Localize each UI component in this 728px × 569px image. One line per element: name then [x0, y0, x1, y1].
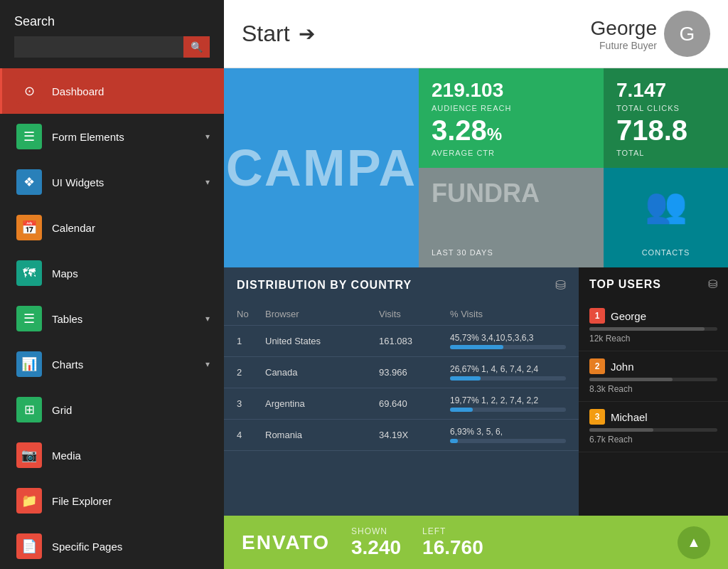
maps-icon: 🗺	[16, 260, 42, 286]
campaign-text: CAMPA	[226, 139, 417, 197]
row-progress-fill	[450, 439, 458, 443]
user-entry: 3 Michael 6.7k Reach	[579, 402, 728, 452]
top-bar: Start ➔ George Future Buyer G	[224, 0, 728, 68]
arrow-up-icon: ▲	[687, 534, 701, 551]
distribution-table: DISTRIBUTION BY COUNTRY ⛁ No Browser Vis…	[224, 267, 579, 516]
ui-widgets-chevron-icon: ▾	[205, 177, 210, 187]
bottom-brand: ENVATO	[242, 531, 330, 554]
search-box: 🔍	[14, 36, 210, 58]
scroll-up-button[interactable]: ▲	[678, 526, 710, 559]
row-visits: 34.19X	[379, 430, 450, 440]
user-entry-top: 1 George	[589, 308, 717, 324]
user-entry: 1 George 12k Reach	[579, 301, 728, 351]
bottom-bar: ENVATO SHOWN 3.240 LEFT 16.760 ▲	[224, 516, 728, 569]
campaign-box: CAMPA	[224, 68, 419, 267]
sidebar-item-calendar[interactable]: 📅 Calendar	[0, 205, 224, 250]
total-clicks-label: TOTAL CLICKS	[616, 104, 715, 112]
sidebar-item-dashboard[interactable]: ⊙ Dashboard	[0, 68, 224, 114]
table-row: 4 Romania 34.19X 6,93% 3, 5, 6,	[224, 420, 579, 451]
sidebar-item-form-elements[interactable]: ☰ Form Elements ▾	[0, 114, 224, 159]
audience-reach-card: 219.103 AUDIENCE REACH 3.28% AVERAGE CTR	[419, 68, 604, 168]
sidebar-item-media[interactable]: 📷 Media	[0, 432, 224, 478]
last30-label: LAST 30 DAYS	[432, 248, 591, 257]
user-entry-top: 3 Michael	[589, 409, 717, 425]
table-body: 1 United States 161.083 45,73% 3,4,10,5,…	[224, 326, 579, 451]
row-pct-area: 45,73% 3,4,10,5,3,6,3	[450, 333, 566, 349]
row-browser: United States	[265, 336, 379, 346]
tables-chevron-icon: ▾	[205, 314, 210, 324]
sidebar-item-file-explorer[interactable]: 📁 File Explorer	[0, 478, 224, 523]
row-progress-fill	[450, 345, 503, 349]
user-entry-name: George	[611, 310, 646, 322]
stats-row: CAMPA 219.103 AUDIENCE REACH 3.28% AVERA…	[224, 68, 728, 267]
sidebar-item-charts[interactable]: 📊 Charts ▾	[0, 341, 224, 387]
row-progress-bar	[450, 376, 566, 381]
total-number: 718.8	[616, 115, 715, 147]
sidebar-item-maps[interactable]: 🗺 Maps	[0, 250, 224, 296]
row-no: 2	[237, 367, 265, 378]
user-reach-bar	[589, 327, 717, 331]
user-entry: 2 John 8.3k Reach	[579, 351, 728, 402]
start-arrow-icon: ➔	[299, 22, 315, 46]
user-entry-name: John	[611, 361, 634, 373]
left-label: LEFT	[422, 526, 483, 536]
row-progress-bar	[450, 439, 566, 443]
rank-badge: 1	[589, 308, 605, 324]
col-pct: % Visits	[450, 309, 566, 319]
row-pct: 26,67% 1, 4, 6, 7,4, 2,4	[450, 364, 566, 374]
user-reach-fill	[589, 428, 653, 432]
user-role: Future Buyer	[591, 40, 657, 51]
table-header: DISTRIBUTION BY COUNTRY ⛁	[224, 267, 579, 303]
avg-ctr-label: AVERAGE CTR	[432, 149, 591, 157]
sidebar-item-specific-pages[interactable]: 📄 Specific Pages	[0, 523, 224, 569]
sidebar-item-tables[interactable]: ☰ Tables ▾	[0, 296, 224, 341]
search-area: Search 🔍	[0, 0, 224, 68]
form-elements-label: Form Elements	[52, 131, 205, 143]
row-browser: Canada	[265, 367, 379, 378]
sidebar-item-grid[interactable]: ⊞ Grid	[0, 387, 224, 432]
row-pct: 45,73% 3,4,10,5,3,6,3	[450, 333, 566, 343]
contacts-icon: 👥	[616, 179, 715, 233]
audience-reach-label: AUDIENCE REACH	[432, 104, 591, 112]
table-row: 3 Argentina 69.640 19,77% 1, 2, 2, 7,4, …	[224, 388, 579, 420]
row-no: 4	[237, 430, 265, 440]
grid-icon: ⊞	[16, 397, 42, 422]
fundraise-text: FUNDRA	[432, 179, 591, 208]
col-browser: Browser	[265, 309, 379, 319]
users-list: 1 George 12k Reach 2 John 8.3k Reach 3 M…	[579, 301, 728, 452]
bottom-row: DISTRIBUTION BY COUNTRY ⛁ No Browser Vis…	[224, 267, 728, 516]
top-bar-left: Start ➔	[242, 21, 315, 47]
sidebar-item-ui-widgets[interactable]: ❖ UI Widgets ▾	[0, 159, 224, 205]
form-elements-icon: ☰	[16, 124, 42, 149]
stat-cards: 219.103 AUDIENCE REACH 3.28% AVERAGE CTR…	[419, 68, 604, 267]
total-clicks-number: 7.147	[616, 79, 715, 102]
row-browser: Romania	[265, 430, 379, 440]
dashboard-label: Dashboard	[52, 85, 210, 97]
file-explorer-icon: 📁	[16, 488, 42, 514]
dashboard-icon: ⊙	[16, 78, 42, 104]
top-users-header: TOP USERS ⛁	[579, 267, 728, 301]
avatar: G	[664, 11, 710, 57]
user-entry-top: 2 John	[589, 358, 717, 374]
user-entry-name: Michael	[611, 411, 648, 423]
row-progress-bar	[450, 408, 566, 412]
search-icon: 🔍	[191, 41, 203, 53]
total-clicks-card: 7.147 TOTAL CLICKS 718.8 TOTAL	[604, 68, 728, 168]
row-no: 3	[237, 398, 265, 409]
shown-stat: SHOWN 3.240	[351, 526, 401, 559]
row-progress-bar	[450, 345, 566, 349]
top-users-section: TOP USERS ⛁ 1 George 12k Reach 2 John 8.…	[579, 267, 728, 516]
grid-label: Grid	[52, 404, 210, 416]
search-input[interactable]	[14, 36, 183, 58]
search-button[interactable]: 🔍	[183, 36, 210, 58]
rank-badge: 3	[589, 409, 605, 425]
avg-ctr-number: 3.28%	[432, 115, 591, 147]
table-settings-icon[interactable]: ⛁	[555, 277, 566, 293]
row-progress-fill	[450, 408, 473, 412]
total-label: TOTAL	[616, 149, 715, 157]
calendar-label: Calendar	[52, 222, 210, 234]
table-row: 2 Canada 93.966 26,67% 1, 4, 6, 7,4, 2,4	[224, 357, 579, 388]
row-pct-area: 26,67% 1, 4, 6, 7,4, 2,4	[450, 364, 566, 381]
specific-pages-icon: 📄	[16, 533, 42, 559]
row-progress-fill	[450, 376, 481, 381]
